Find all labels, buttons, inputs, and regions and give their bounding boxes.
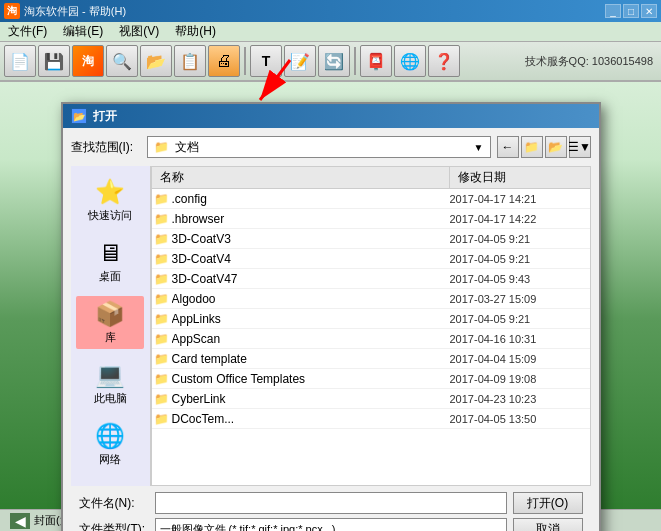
- file-row[interactable]: 📁 DCocTem... 2017-04-05 13:50: [152, 409, 590, 429]
- dialog-main: ⭐ 快速访问 🖥 桌面 📦 库 💻 此电脑: [71, 166, 591, 486]
- look-in-buttons: ← 📁 📂 ☰▼: [497, 136, 591, 158]
- desktop-icon: 🖥: [98, 239, 122, 267]
- folder-icon: 📁: [152, 412, 172, 426]
- filename-row: 文件名(N): 打开(O): [79, 492, 583, 514]
- file-name: Card template: [172, 352, 450, 366]
- file-row[interactable]: 📁 .hbrowser 2017-04-17 14:22: [152, 209, 590, 229]
- menu-bar: 文件(F) 编辑(E) 视图(V) 帮助(H): [0, 22, 661, 42]
- folder-icon: 📁: [152, 272, 172, 286]
- title-bar-text: 淘东软件园 - 帮助(H): [24, 4, 605, 19]
- nav-up-btn[interactable]: 📁: [521, 136, 543, 158]
- file-date: 2017-04-05 13:50: [450, 413, 590, 425]
- file-date: 2017-04-05 9:21: [450, 233, 590, 245]
- library-label: 库: [105, 330, 116, 345]
- toolbar-scan-btn[interactable]: 🖨: [208, 45, 240, 77]
- toolbar-logo-btn[interactable]: 淘: [72, 45, 104, 77]
- maximize-button[interactable]: □: [623, 4, 639, 18]
- file-name: 3D-CoatV4: [172, 252, 450, 266]
- file-date: 2017-04-05 9:43: [450, 273, 590, 285]
- file-name: CyberLink: [172, 392, 450, 406]
- folder-icon: 📁: [152, 192, 172, 206]
- file-name: AppLinks: [172, 312, 450, 326]
- file-row-card-template[interactable]: 📁 Card template 2017-04-04 15:09: [152, 349, 590, 369]
- dialog-bottom: 文件名(N): 打开(O) 文件类型(T): 一般图像文件 (*.tif;*.g…: [71, 486, 591, 531]
- file-row[interactable]: 📁 3D-CoatV4 2017-04-05 9:21: [152, 249, 590, 269]
- toolbar-save-btn[interactable]: 💾: [38, 45, 70, 77]
- toolbar-globe-btn[interactable]: 🌐: [394, 45, 426, 77]
- view-options-btn[interactable]: ☰▼: [569, 136, 591, 158]
- toolbar-separator-2: [354, 47, 356, 75]
- close-button[interactable]: ✕: [641, 4, 657, 18]
- file-date: 2017-04-23 10:23: [450, 393, 590, 405]
- folder-icon: 📁: [152, 252, 172, 266]
- toolbar-refresh-btn[interactable]: 🔄: [318, 45, 350, 77]
- file-row[interactable]: 📁 .config 2017-04-17 14:21: [152, 189, 590, 209]
- menu-file[interactable]: 文件(F): [4, 23, 51, 40]
- filetype-row: 文件类型(T): 一般图像文件 (*.tif;*.gif;*.jpg;*.pcx…: [79, 518, 583, 531]
- toolbar-text-btn[interactable]: T: [250, 45, 282, 77]
- file-name: 3D-CoatV3: [172, 232, 450, 246]
- menu-view[interactable]: 视图(V): [115, 23, 163, 40]
- look-in-select[interactable]: 📁 文档 ▼: [147, 136, 491, 158]
- file-row[interactable]: 📁 AppScan 2017-04-16 10:31: [152, 329, 590, 349]
- sidebar-item-library[interactable]: 📦 库: [76, 296, 144, 349]
- network-icon: 🌐: [95, 422, 125, 450]
- file-date: 2017-04-17 14:22: [450, 213, 590, 225]
- dialog-title-bar: 📂 打开: [63, 104, 599, 128]
- file-name: AppScan: [172, 332, 450, 346]
- toolbar-new-btn[interactable]: 📄: [4, 45, 36, 77]
- folder-icon: 📁: [152, 312, 172, 326]
- look-in-value: 文档: [175, 139, 199, 156]
- file-row[interactable]: 📁 CyberLink 2017-04-23 10:23: [152, 389, 590, 409]
- open-button[interactable]: 打开(O): [513, 492, 583, 514]
- library-icon: 📦: [95, 300, 125, 328]
- toolbar-stamp-btn[interactable]: 📮: [360, 45, 392, 77]
- minimize-button[interactable]: _: [605, 4, 621, 18]
- new-folder-btn[interactable]: 📂: [545, 136, 567, 158]
- sidebar-item-quickaccess[interactable]: ⭐ 快速访问: [76, 174, 144, 227]
- file-date: 2017-04-09 19:08: [450, 373, 590, 385]
- file-name: Algodoo: [172, 292, 450, 306]
- folder-icon: 📁: [152, 372, 172, 386]
- file-date: 2017-04-04 15:09: [450, 353, 590, 365]
- look-in-label: 查找范围(I):: [71, 139, 141, 156]
- folder-icon: 📁: [152, 352, 172, 366]
- menu-help[interactable]: 帮助(H): [171, 23, 220, 40]
- app-logo: 淘: [4, 3, 20, 19]
- folder-icon: 📁: [152, 212, 172, 226]
- col-name: 名称: [152, 167, 450, 188]
- open-dialog: 📂 打开 查找范围(I): 📁 文档 ▼ ← 📁 📂 ☰▼: [61, 102, 601, 531]
- file-row[interactable]: 📁 3D-CoatV47 2017-04-05 9:43: [152, 269, 590, 289]
- col-date: 修改日期: [450, 167, 590, 188]
- quickaccess-label: 快速访问: [88, 208, 132, 223]
- toolbar-folder-btn[interactable]: 📂: [140, 45, 172, 77]
- title-bar-controls: _ □ ✕: [605, 4, 657, 18]
- toolbar: 📄 💾 淘 🔍 📂 📋 🖨 T 📝 🔄 📮 🌐 ❓ 技术服务QQ: 103601…: [0, 42, 661, 82]
- file-date: 2017-04-05 9:21: [450, 313, 590, 325]
- toolbar-help-btn[interactable]: ❓: [428, 45, 460, 77]
- sidebar-item-computer[interactable]: 💻 此电脑: [76, 357, 144, 410]
- cancel-button[interactable]: 取消: [513, 518, 583, 531]
- toolbar-edit-btn[interactable]: 📝: [284, 45, 316, 77]
- file-row-custom-office[interactable]: 📁 Custom Office Templates 2017-04-09 19:…: [152, 369, 590, 389]
- file-name: DCocTem...: [172, 412, 450, 426]
- sidebar-item-desktop[interactable]: 🖥 桌面: [76, 235, 144, 288]
- toolbar-search-btn[interactable]: 🔍: [106, 45, 138, 77]
- dialog-title-icon: 📂: [71, 108, 87, 124]
- toolbar-separator: [244, 47, 246, 75]
- file-date: 2017-04-16 10:31: [450, 333, 590, 345]
- desktop-label: 桌面: [99, 269, 121, 284]
- sidebar-item-network[interactable]: 🌐 网络: [76, 418, 144, 471]
- file-list[interactable]: 名称 修改日期 📁 .config 2017-04-17 14:21 📁 .hb…: [151, 166, 591, 486]
- file-row[interactable]: 📁 Algodoo 2017-03-27 15:09: [152, 289, 590, 309]
- nav-back-btn[interactable]: ←: [497, 136, 519, 158]
- file-date: 2017-04-17 14:21: [450, 193, 590, 205]
- file-row[interactable]: 📁 3D-CoatV3 2017-04-05 9:21: [152, 229, 590, 249]
- filetype-select[interactable]: 一般图像文件 (*.tif;*.gif;*.jpg;*.pcx...): [155, 518, 507, 531]
- menu-edit[interactable]: 编辑(E): [59, 23, 107, 40]
- file-row[interactable]: 📁 AppLinks 2017-04-05 9:21: [152, 309, 590, 329]
- network-label: 网络: [99, 452, 121, 467]
- computer-label: 此电脑: [94, 391, 127, 406]
- filename-input[interactable]: [155, 492, 507, 514]
- toolbar-copy-btn[interactable]: 📋: [174, 45, 206, 77]
